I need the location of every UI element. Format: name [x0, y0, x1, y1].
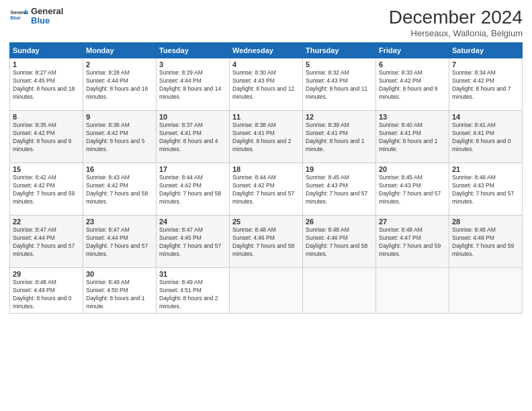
day-number: 19 [306, 165, 373, 173]
calendar-cell: 14Sunrise: 8:41 AMSunset: 4:41 PMDayligh… [449, 111, 523, 163]
day-number: 14 [452, 113, 519, 121]
calendar-cell: 4Sunrise: 8:30 AMSunset: 4:43 PMDaylight… [230, 58, 303, 111]
calendar-cell: 26Sunrise: 8:48 AMSunset: 4:46 PMDayligh… [303, 216, 376, 268]
calendar-cell: 23Sunrise: 8:47 AMSunset: 4:44 PMDayligh… [83, 216, 157, 268]
day-number: 25 [232, 218, 300, 226]
day-number: 2 [86, 60, 153, 68]
day-number: 3 [159, 60, 226, 68]
day-info: Sunrise: 8:30 AMSunset: 4:43 PMDaylight:… [232, 69, 300, 101]
calendar-cell: 15Sunrise: 8:42 AMSunset: 4:42 PMDayligh… [10, 163, 83, 216]
day-number: 6 [379, 60, 446, 68]
day-info: Sunrise: 8:36 AMSunset: 4:42 PMDaylight:… [86, 122, 153, 154]
day-number: 17 [159, 165, 226, 173]
calendar-cell: 25Sunrise: 8:48 AMSunset: 4:46 PMDayligh… [230, 216, 303, 268]
day-info: Sunrise: 8:40 AMSunset: 4:41 PMDaylight:… [379, 122, 446, 154]
calendar-cell: 24Sunrise: 8:47 AMSunset: 4:45 PMDayligh… [157, 216, 230, 268]
svg-text:Blue: Blue [11, 15, 21, 20]
day-number: 24 [159, 218, 226, 226]
day-info: Sunrise: 8:48 AMSunset: 4:46 PMDaylight:… [306, 226, 373, 259]
day-number: 7 [452, 60, 519, 68]
day-number: 29 [13, 270, 80, 278]
day-info: Sunrise: 8:27 AMSunset: 4:45 PMDaylight:… [13, 69, 80, 101]
logo-text: General Blue [31, 7, 63, 26]
day-number: 23 [86, 218, 153, 226]
day-info: Sunrise: 8:47 AMSunset: 4:45 PMDaylight:… [159, 226, 226, 259]
calendar-week-row: 29Sunrise: 8:48 AMSunset: 4:49 PMDayligh… [10, 268, 523, 314]
calendar-cell: 20Sunrise: 8:45 AMSunset: 4:43 PMDayligh… [376, 163, 449, 216]
day-number: 4 [232, 60, 300, 68]
calendar-week-row: 15Sunrise: 8:42 AMSunset: 4:42 PMDayligh… [10, 163, 523, 216]
day-number: 13 [379, 113, 446, 121]
day-number: 5 [306, 60, 373, 68]
day-number: 20 [379, 165, 446, 173]
day-info: Sunrise: 8:47 AMSunset: 4:44 PMDaylight:… [86, 226, 153, 259]
calendar-cell: 13Sunrise: 8:40 AMSunset: 4:41 PMDayligh… [376, 111, 449, 163]
logo-line2: Blue [31, 15, 50, 26]
day-number: 12 [306, 113, 373, 121]
day-info: Sunrise: 8:48 AMSunset: 4:46 PMDaylight:… [232, 226, 300, 259]
day-header-friday: Friday [376, 43, 449, 58]
logo-line1: General [31, 6, 63, 16]
calendar-cell: 29Sunrise: 8:48 AMSunset: 4:49 PMDayligh… [10, 268, 83, 314]
day-info: Sunrise: 8:42 AMSunset: 4:42 PMDaylight:… [13, 174, 80, 206]
calendar-cell: 17Sunrise: 8:44 AMSunset: 4:42 PMDayligh… [157, 163, 230, 216]
calendar-cell: 30Sunrise: 8:49 AMSunset: 4:50 PMDayligh… [83, 268, 157, 314]
calendar-cell: 21Sunrise: 8:46 AMSunset: 4:43 PMDayligh… [449, 163, 523, 216]
day-info: Sunrise: 8:32 AMSunset: 4:43 PMDaylight:… [306, 69, 373, 101]
day-header-sunday: Sunday [10, 43, 83, 58]
logo-icon: General Blue [9, 7, 28, 26]
calendar-cell: 5Sunrise: 8:32 AMSunset: 4:43 PMDaylight… [303, 58, 376, 111]
day-header-thursday: Thursday [303, 43, 376, 58]
calendar-cell: 16Sunrise: 8:43 AMSunset: 4:42 PMDayligh… [83, 163, 157, 216]
day-info: Sunrise: 8:38 AMSunset: 4:41 PMDaylight:… [232, 122, 300, 154]
day-number: 26 [306, 218, 373, 226]
calendar-cell [449, 268, 523, 314]
day-info: Sunrise: 8:34 AMSunset: 4:42 PMDaylight:… [452, 69, 519, 101]
day-number: 1 [13, 60, 80, 68]
day-info: Sunrise: 8:37 AMSunset: 4:41 PMDaylight:… [159, 122, 226, 154]
day-number: 27 [379, 218, 446, 226]
calendar-cell: 31Sunrise: 8:49 AMSunset: 4:51 PMDayligh… [157, 268, 230, 314]
calendar-cell: 22Sunrise: 8:47 AMSunset: 4:44 PMDayligh… [10, 216, 83, 268]
day-header-saturday: Saturday [449, 43, 523, 58]
day-number: 22 [13, 218, 80, 226]
calendar-week-row: 1Sunrise: 8:27 AMSunset: 4:45 PMDaylight… [10, 58, 523, 111]
day-number: 16 [86, 165, 153, 173]
day-number: 28 [452, 218, 519, 226]
calendar-container: General Blue General Blue December 2024 … [0, 0, 532, 411]
calendar-header: General Blue General Blue December 2024 … [9, 7, 523, 38]
day-info: Sunrise: 8:45 AMSunset: 4:43 PMDaylight:… [379, 174, 446, 206]
day-info: Sunrise: 8:44 AMSunset: 4:42 PMDaylight:… [159, 174, 226, 206]
day-info: Sunrise: 8:29 AMSunset: 4:44 PMDaylight:… [159, 69, 226, 101]
day-info: Sunrise: 8:28 AMSunset: 4:44 PMDaylight:… [86, 69, 153, 101]
calendar-cell: 9Sunrise: 8:36 AMSunset: 4:42 PMDaylight… [83, 111, 157, 163]
calendar-cell: 2Sunrise: 8:28 AMSunset: 4:44 PMDaylight… [83, 58, 157, 111]
calendar-cell: 7Sunrise: 8:34 AMSunset: 4:42 PMDaylight… [449, 58, 523, 111]
calendar-cell: 11Sunrise: 8:38 AMSunset: 4:41 PMDayligh… [230, 111, 303, 163]
calendar-cell: 27Sunrise: 8:48 AMSunset: 4:47 PMDayligh… [376, 216, 449, 268]
title-section: December 2024 Herseaux, Wallonia, Belgiu… [389, 7, 523, 38]
day-info: Sunrise: 8:39 AMSunset: 4:41 PMDaylight:… [306, 122, 373, 154]
calendar-cell: 8Sunrise: 8:35 AMSunset: 4:42 PMDaylight… [10, 111, 83, 163]
calendar-cell: 1Sunrise: 8:27 AMSunset: 4:45 PMDaylight… [10, 58, 83, 111]
day-number: 8 [13, 113, 80, 121]
day-info: Sunrise: 8:49 AMSunset: 4:51 PMDaylight:… [159, 279, 226, 311]
calendar-week-row: 22Sunrise: 8:47 AMSunset: 4:44 PMDayligh… [10, 216, 523, 268]
calendar-cell [303, 268, 376, 314]
calendar-cell [376, 268, 449, 314]
day-number: 18 [232, 165, 300, 173]
calendar-cell: 10Sunrise: 8:37 AMSunset: 4:41 PMDayligh… [157, 111, 230, 163]
calendar-cell: 3Sunrise: 8:29 AMSunset: 4:44 PMDaylight… [157, 58, 230, 111]
day-info: Sunrise: 8:35 AMSunset: 4:42 PMDaylight:… [13, 122, 80, 154]
day-number: 21 [452, 165, 519, 173]
calendar-cell: 6Sunrise: 8:33 AMSunset: 4:42 PMDaylight… [376, 58, 449, 111]
day-number: 31 [159, 270, 226, 278]
day-number: 15 [13, 165, 80, 173]
day-header-monday: Monday [83, 43, 157, 58]
calendar-cell: 28Sunrise: 8:48 AMSunset: 4:48 PMDayligh… [449, 216, 523, 268]
calendar-header-row: SundayMondayTuesdayWednesdayThursdayFrid… [10, 43, 523, 58]
calendar-cell: 18Sunrise: 8:44 AMSunset: 4:42 PMDayligh… [230, 163, 303, 216]
day-info: Sunrise: 8:48 AMSunset: 4:47 PMDaylight:… [379, 226, 446, 259]
day-info: Sunrise: 8:41 AMSunset: 4:41 PMDaylight:… [452, 122, 519, 154]
day-number: 9 [86, 113, 153, 121]
